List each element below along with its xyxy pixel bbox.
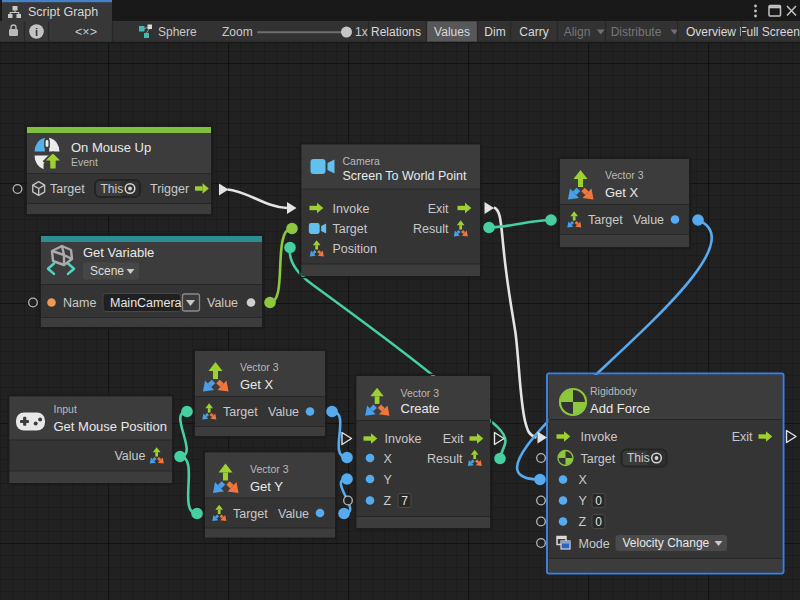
svg-text:Target: Target [50, 182, 85, 196]
svg-text:0: 0 [595, 515, 602, 529]
svg-text:Vector 3: Vector 3 [605, 169, 644, 181]
svg-text:Z: Z [579, 515, 587, 529]
svg-text:Invoke: Invoke [333, 202, 370, 216]
svg-text:Sphere: Sphere [158, 25, 197, 39]
svg-text:Value: Value [114, 449, 145, 463]
svg-text:Get Y: Get Y [250, 479, 283, 494]
svg-text:Exit: Exit [732, 430, 753, 444]
svg-text:Z: Z [384, 494, 392, 508]
svg-text:Get Mouse Position: Get Mouse Position [54, 419, 167, 434]
svg-text:<×>: <×> [75, 25, 97, 39]
svg-text:Vector 3: Vector 3 [401, 387, 440, 399]
svg-text:Target: Target [233, 507, 268, 521]
svg-text:Target: Target [581, 452, 616, 466]
svg-text:X: X [579, 473, 588, 487]
svg-text:Carry: Carry [519, 25, 548, 39]
svg-text:Screen To World Point: Screen To World Point [343, 169, 467, 183]
svg-text:Invoke: Invoke [385, 432, 422, 446]
svg-text:Scene: Scene [90, 264, 124, 278]
svg-text:Relations: Relations [371, 25, 421, 39]
svg-text:X: X [384, 452, 393, 466]
svg-text:Get Variable: Get Variable [83, 245, 154, 260]
svg-text:Script Graph: Script Graph [28, 5, 98, 19]
svg-text:Value: Value [278, 507, 309, 521]
svg-text:Vector 3: Vector 3 [250, 463, 289, 475]
svg-text:i: i [35, 26, 38, 38]
svg-text:Invoke: Invoke [581, 430, 618, 444]
svg-text:Get X: Get X [605, 185, 639, 200]
svg-text:Value: Value [633, 213, 664, 227]
svg-text:Input: Input [54, 403, 77, 415]
svg-text:Get X: Get X [240, 377, 274, 392]
svg-text:Full Screen: Full Screen [739, 25, 800, 39]
svg-text:Result: Result [413, 222, 449, 236]
svg-text:Exit: Exit [428, 202, 449, 216]
svg-text:Create: Create [401, 401, 440, 416]
svg-text:Add Force: Add Force [590, 401, 650, 416]
svg-text:Name: Name [63, 296, 96, 310]
svg-text:Target: Target [333, 222, 368, 236]
svg-text:This: This [627, 451, 650, 465]
svg-text:Align: Align [564, 25, 591, 39]
svg-text:On Mouse Up: On Mouse Up [71, 140, 151, 155]
svg-text:Event: Event [71, 156, 98, 168]
svg-text:Result: Result [427, 452, 463, 466]
svg-text:Velocity Change: Velocity Change [623, 536, 710, 550]
svg-text:Mode: Mode [579, 537, 610, 551]
svg-text:Trigger: Trigger [150, 182, 189, 196]
svg-text:Value: Value [268, 405, 299, 419]
svg-text:Dim: Dim [484, 25, 505, 39]
svg-text:Vector 3: Vector 3 [240, 361, 279, 373]
svg-text:Value: Value [207, 296, 238, 310]
svg-text:Position: Position [333, 242, 378, 256]
svg-text:Exit: Exit [443, 432, 464, 446]
svg-text:This: This [101, 182, 124, 196]
svg-text:Zoom: Zoom [222, 25, 253, 39]
svg-text:Rigidbody: Rigidbody [590, 385, 637, 397]
svg-text:Camera: Camera [343, 155, 381, 167]
svg-text:Values: Values [434, 25, 470, 39]
svg-text:Target: Target [588, 213, 623, 227]
svg-text:Overview: Overview [686, 25, 736, 39]
svg-text:7: 7 [401, 494, 408, 508]
svg-text:0: 0 [595, 494, 602, 508]
svg-text:1x: 1x [355, 25, 368, 39]
svg-text:Distribute: Distribute [611, 25, 662, 39]
svg-text:Target: Target [223, 405, 258, 419]
svg-text:Y: Y [579, 494, 588, 508]
svg-text:MainCamera: MainCamera [110, 296, 182, 310]
svg-text:Y: Y [384, 473, 393, 487]
